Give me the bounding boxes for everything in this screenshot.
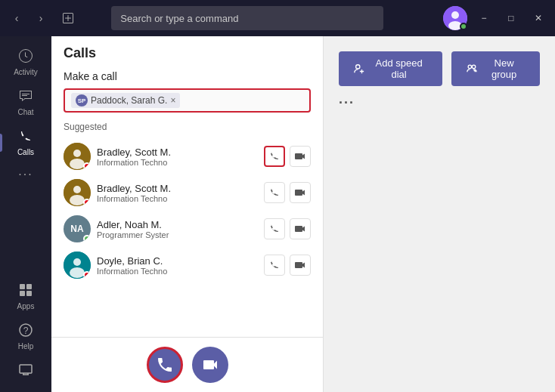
calls-icon bbox=[18, 128, 33, 146]
minimize-button[interactable]: − bbox=[473, 8, 495, 29]
contact-status bbox=[83, 271, 91, 279]
speed-dial-buttons: Add speed dial New group bbox=[339, 51, 540, 86]
sidebar: Activity Chat Calls ··· bbox=[0, 36, 51, 392]
contact-dept: Information Techno bbox=[97, 158, 258, 167]
contact-info: Adler, Noah M. Programmer Syster bbox=[97, 219, 258, 239]
contact-name: Doyle, Brian C. bbox=[97, 255, 258, 267]
activity-label: Activity bbox=[14, 68, 38, 76]
calls-panel: Calls Make a call SP Paddock, Sarah G. ×… bbox=[51, 36, 324, 392]
help-label: Help bbox=[18, 342, 34, 350]
contact-name: Bradley, Scott M. bbox=[97, 147, 258, 158]
contact-item[interactable]: Doyle, Brian C. Information Techno bbox=[51, 247, 323, 283]
video-call-dial-button[interactable] bbox=[192, 347, 228, 383]
contact-name: Adler, Noah M. bbox=[97, 219, 258, 230]
svg-rect-6 bbox=[26, 284, 32, 289]
sidebar-item-device[interactable] bbox=[0, 357, 51, 386]
call-search-input[interactable]: SP Paddock, Sarah G. × bbox=[64, 88, 311, 113]
svg-point-19 bbox=[73, 258, 81, 266]
svg-point-21 bbox=[356, 65, 360, 69]
contact-dept: Programmer Syster bbox=[97, 230, 258, 239]
compose-button[interactable] bbox=[57, 8, 79, 29]
contact-item[interactable]: NA Adler, Noah M. Programmer Syster bbox=[51, 211, 323, 247]
user-avatar[interactable] bbox=[443, 6, 467, 30]
contact-status bbox=[83, 199, 91, 206]
svg-point-1 bbox=[451, 11, 459, 19]
phone-call-button[interactable] bbox=[264, 255, 285, 276]
phone-call-button[interactable] bbox=[264, 182, 285, 203]
audio-call-dial-button[interactable] bbox=[147, 347, 183, 383]
svg-rect-5 bbox=[20, 284, 25, 289]
phone-call-button[interactable] bbox=[264, 146, 285, 167]
contact-avatar bbox=[64, 179, 91, 206]
forward-button[interactable]: › bbox=[30, 8, 51, 29]
search-bar[interactable]: Search or type a command bbox=[111, 6, 383, 30]
contact-item[interactable]: Bradley, Scott M. Information Techno bbox=[51, 174, 323, 211]
apps-label: Apps bbox=[17, 302, 35, 310]
make-call-label: Make a call bbox=[51, 64, 323, 88]
avatar-status bbox=[460, 23, 467, 30]
contact-dept: Information Techno bbox=[97, 267, 258, 276]
sidebar-item-chat[interactable]: Chat bbox=[0, 82, 51, 122]
title-bar: ‹ › Search or type a command − □ ✕ bbox=[0, 0, 555, 36]
more-icon: ··· bbox=[18, 168, 33, 181]
sidebar-item-help[interactable]: ? Help bbox=[0, 316, 51, 357]
svg-rect-4 bbox=[22, 95, 27, 96]
contact-avatar bbox=[64, 252, 91, 279]
suggested-label: Suggested bbox=[51, 119, 323, 138]
svg-rect-8 bbox=[26, 291, 32, 296]
add-speed-dial-button[interactable]: Add speed dial bbox=[339, 51, 442, 86]
svg-rect-11 bbox=[20, 365, 32, 373]
dial-buttons bbox=[51, 337, 323, 392]
svg-point-14 bbox=[70, 159, 85, 169]
video-call-button[interactable] bbox=[290, 182, 311, 203]
contact-item[interactable]: Bradley, Scott M. Information Techno bbox=[51, 138, 323, 174]
title-bar-actions: − □ ✕ bbox=[443, 6, 549, 30]
panel-title: Calls bbox=[51, 36, 323, 64]
contact-name: Bradley, Scott M. bbox=[97, 183, 258, 194]
contact-info: Doyle, Brian C. Information Techno bbox=[97, 255, 258, 276]
svg-point-23 bbox=[473, 65, 476, 68]
back-button[interactable]: ‹ bbox=[6, 8, 27, 29]
contact-info: Bradley, Scott M. Information Techno bbox=[97, 183, 258, 203]
chat-icon bbox=[18, 88, 33, 106]
search-text: Search or type a command bbox=[120, 13, 238, 24]
sidebar-item-more[interactable]: ··· bbox=[0, 162, 51, 187]
contact-list: Bradley, Scott M. Information Techno bbox=[51, 138, 323, 337]
new-group-button[interactable]: New group bbox=[451, 51, 540, 86]
right-panel: Add speed dial New group ··· bbox=[324, 36, 555, 392]
svg-point-20 bbox=[70, 267, 85, 278]
contact-status bbox=[83, 235, 91, 242]
tag-icon: SP bbox=[76, 94, 88, 106]
video-call-button[interactable] bbox=[290, 146, 311, 167]
tag-close-button[interactable]: × bbox=[170, 95, 175, 106]
contact-status bbox=[83, 162, 91, 170]
video-call-button[interactable] bbox=[290, 255, 311, 276]
contact-actions bbox=[264, 146, 311, 167]
contact-actions bbox=[264, 182, 311, 203]
more-options-label: ··· bbox=[339, 95, 355, 111]
svg-text:?: ? bbox=[23, 326, 29, 336]
search-tag: SP Paddock, Sarah G. × bbox=[71, 93, 180, 108]
maximize-button[interactable]: □ bbox=[501, 8, 522, 29]
svg-rect-7 bbox=[20, 291, 25, 296]
new-group-label: New group bbox=[483, 57, 525, 80]
sidebar-item-activity[interactable]: Activity bbox=[0, 42, 51, 82]
chat-label: Chat bbox=[17, 108, 33, 116]
sidebar-item-calls[interactable]: Calls bbox=[0, 122, 51, 162]
close-button[interactable]: ✕ bbox=[528, 8, 549, 29]
contact-avatar bbox=[64, 143, 91, 170]
contact-actions bbox=[264, 255, 311, 276]
svg-point-22 bbox=[468, 65, 471, 68]
calls-label: Calls bbox=[17, 148, 34, 156]
svg-rect-3 bbox=[22, 94, 29, 94]
apps-icon bbox=[18, 282, 33, 300]
svg-point-16 bbox=[73, 186, 81, 193]
contact-info: Bradley, Scott M. Information Techno bbox=[97, 147, 258, 167]
sidebar-item-apps[interactable]: Apps bbox=[0, 276, 51, 316]
video-call-button[interactable] bbox=[290, 218, 311, 239]
more-options-button[interactable]: ··· bbox=[339, 95, 540, 111]
phone-call-button[interactable] bbox=[264, 218, 285, 239]
svg-point-13 bbox=[73, 150, 81, 157]
svg-point-17 bbox=[70, 195, 85, 205]
tag-name: Paddock, Sarah G. bbox=[91, 95, 167, 106]
